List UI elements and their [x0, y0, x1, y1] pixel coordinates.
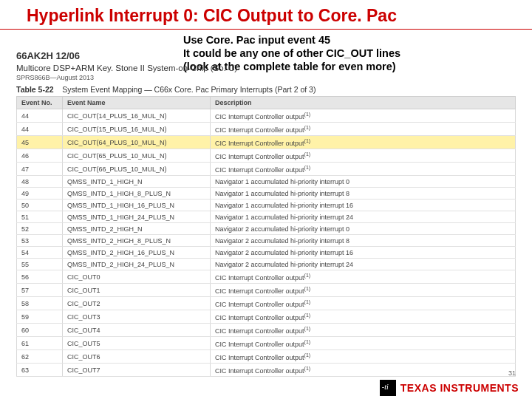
table-row: 53QMSS_INTD_2_HIGH_8_PLUS_NNavigator 2 a… [17, 235, 516, 247]
cell-event-no: 57 [17, 284, 63, 297]
ti-brand-text: TEXAS INSTRUMENTS [400, 382, 519, 394]
cell-event-no: 44 [17, 123, 63, 136]
cell-description: CIC Interrupt Controller output(1) [211, 284, 516, 297]
cell-event-name: CIC_OUT(66_PLUS_10_MUL_N) [63, 163, 211, 176]
cell-event-name: CIC_OUT5 [63, 337, 211, 350]
cell-description: Navigator 2 accumulated hi-priority inte… [211, 223, 516, 235]
footnote-sup: (1) [304, 125, 311, 130]
cell-description: Navigator 1 accumulated hi-priority inte… [211, 200, 516, 211]
cell-event-no: 47 [17, 163, 63, 176]
cell-event-name: QMSS_INTD_2_HIGH_8_PLUS_N [63, 235, 211, 247]
table-header-row: Event No. Event Name Description [17, 97, 516, 109]
cell-event-no: 62 [17, 350, 63, 364]
footnote-sup: (1) [304, 313, 311, 318]
cell-description: CIC Interrupt Controller output(1) [211, 163, 516, 176]
footnote-sup: (1) [304, 366, 311, 371]
cell-description: CIC Interrupt Controller output(1) [211, 310, 516, 324]
cell-event-name: CIC_OUT1 [63, 284, 211, 297]
cell-event-name: CIC_OUT4 [63, 324, 211, 337]
cell-event-name: CIC_OUT(65_PLUS_10_MUL_N) [63, 149, 211, 163]
table-row: 52QMSS_INTD_2_HIGH_NNavigator 2 accumula… [17, 223, 516, 235]
table-row: 48QMSS_INTD_1_HIGH_NNavigator 1 accumula… [17, 176, 516, 188]
table-row: 59CIC_OUT3CIC Interrupt Controller outpu… [17, 310, 516, 324]
table-row: 44CIC_OUT(15_PLUS_16_MUL_N)CIC Interrupt… [17, 123, 516, 136]
cell-event-no: 58 [17, 297, 63, 310]
cell-event-no: 52 [17, 223, 63, 235]
cell-event-name: QMSS_INTD_2_HIGH_16_PLUS_N [63, 247, 211, 259]
table-row: 47CIC_OUT(66_PLUS_10_MUL_N)CIC Interrupt… [17, 163, 516, 176]
table-row: 44CIC_OUT(14_PLUS_16_MUL_N)CIC Interrupt… [17, 109, 516, 123]
cell-event-name: CIC_OUT(64_PLUS_10_MUL_N) [63, 136, 211, 149]
cell-event-no: 46 [17, 149, 63, 163]
cell-event-name: CIC_OUT6 [63, 350, 211, 364]
cell-event-name: CIC_OUT(15_PLUS_16_MUL_N) [63, 123, 211, 136]
table-caption: Table 5-22 System Event Mapping — C66x C… [16, 85, 316, 94]
cell-description: Navigator 2 accumulated hi-priority inte… [211, 235, 516, 247]
doc-date: SPRS866B—August 2013 [16, 74, 237, 83]
cell-description: CIC Interrupt Controller output(1) [211, 109, 516, 123]
cell-event-no: 48 [17, 176, 63, 188]
cell-description: Navigator 2 accumulated hi-priority inte… [211, 247, 516, 259]
cell-description: Navigator 1 accumulated hi-priority inte… [211, 211, 516, 223]
cell-event-name: QMSS_INTD_1_HIGH_24_PLUS_N [63, 211, 211, 223]
doc-subtitle: Multicore DSP+ARM Key. Stone II System-o… [16, 63, 237, 74]
note-line-1: Use Core. Pac input event 45 [183, 33, 517, 47]
cell-event-name: CIC_OUT3 [63, 310, 211, 324]
col-event-name: Event Name [63, 97, 211, 109]
cell-event-no: 59 [17, 310, 63, 324]
cell-event-no: 50 [17, 200, 63, 211]
cell-event-no: 56 [17, 270, 63, 284]
table-row: 60CIC_OUT4CIC Interrupt Controller outpu… [17, 324, 516, 337]
cell-description: CIC Interrupt Controller output(1) [211, 350, 516, 364]
cell-description: CIC Interrupt Controller output(1) [211, 123, 516, 136]
cell-event-name: CIC_OUT(14_PLUS_16_MUL_N) [63, 109, 211, 123]
table-row: 45CIC_OUT(64_PLUS_10_MUL_N)CIC Interrupt… [17, 136, 516, 149]
cell-description: CIC Interrupt Controller output(1) [211, 324, 516, 337]
col-description: Description [211, 97, 516, 109]
cell-description: Navigator 1 accumulated hi-priority inte… [211, 176, 516, 188]
table-row: 54QMSS_INTD_2_HIGH_16_PLUS_NNavigator 2 … [17, 247, 516, 259]
cell-event-name: QMSS_INTD_2_HIGH_24_PLUS_N [63, 259, 211, 270]
footnote-sup: (1) [304, 273, 311, 278]
footnote-sup: (1) [304, 138, 311, 143]
ti-chip-icon [380, 380, 396, 396]
part-number: 66AK2H 12/06 [16, 50, 237, 63]
cell-description: CIC Interrupt Controller output(1) [211, 337, 516, 350]
cell-description: CIC Interrupt Controller output(1) [211, 149, 516, 163]
table-row: 50QMSS_INTD_1_HIGH_16_PLUS_NNavigator 1 … [17, 200, 516, 211]
footnote-sup: (1) [304, 286, 311, 291]
cell-description: CIC Interrupt Controller output(1) [211, 136, 516, 149]
cell-event-name: CIC_OUT7 [63, 364, 211, 377]
page-number: 31 [508, 369, 516, 377]
footer-logo: TEXAS INSTRUMENTS [380, 380, 519, 396]
table-caption-text: System Event Mapping — C66x Core. Pac Pr… [62, 85, 316, 94]
event-table-wrap: Event No. Event Name Description 44CIC_O… [16, 96, 516, 377]
footnote-sup: (1) [304, 339, 311, 344]
cell-event-no: 53 [17, 235, 63, 247]
cell-event-name: QMSS_INTD_1_HIGH_N [63, 176, 211, 188]
cell-event-no: 49 [17, 188, 63, 200]
table-row: 51QMSS_INTD_1_HIGH_24_PLUS_NNavigator 1 … [17, 211, 516, 223]
table-row: 57CIC_OUT1CIC Interrupt Controller outpu… [17, 284, 516, 297]
cell-event-name: QMSS_INTD_1_HIGH_8_PLUS_N [63, 188, 211, 200]
table-row: 62CIC_OUT6CIC Interrupt Controller outpu… [17, 350, 516, 364]
table-row: 49QMSS_INTD_1_HIGH_8_PLUS_NNavigator 1 a… [17, 188, 516, 200]
footnote-sup: (1) [304, 112, 311, 117]
cell-event-no: 55 [17, 259, 63, 270]
footnote-sup: (1) [304, 326, 311, 331]
cell-description: CIC Interrupt Controller output(1) [211, 364, 516, 377]
event-table: Event No. Event Name Description 44CIC_O… [16, 96, 516, 377]
cell-event-no: 61 [17, 337, 63, 350]
cell-event-no: 63 [17, 364, 63, 377]
slide-title: Hyperlink Interrupt 0: CIC Output to Cor… [0, 0, 532, 30]
footnote-sup: (1) [304, 299, 311, 304]
table-row: 56CIC_OUT0CIC Interrupt Controller outpu… [17, 270, 516, 284]
cell-event-name: QMSS_INTD_2_HIGH_N [63, 223, 211, 235]
cell-event-no: 44 [17, 109, 63, 123]
cell-event-no: 54 [17, 247, 63, 259]
cell-event-name: CIC_OUT2 [63, 297, 211, 310]
footnote-sup: (1) [304, 151, 311, 157]
cell-event-name: QMSS_INTD_1_HIGH_16_PLUS_N [63, 200, 211, 211]
cell-description: Navigator 2 accumulated hi-priority inte… [211, 259, 516, 270]
table-row: 55QMSS_INTD_2_HIGH_24_PLUS_NNavigator 2 … [17, 259, 516, 270]
